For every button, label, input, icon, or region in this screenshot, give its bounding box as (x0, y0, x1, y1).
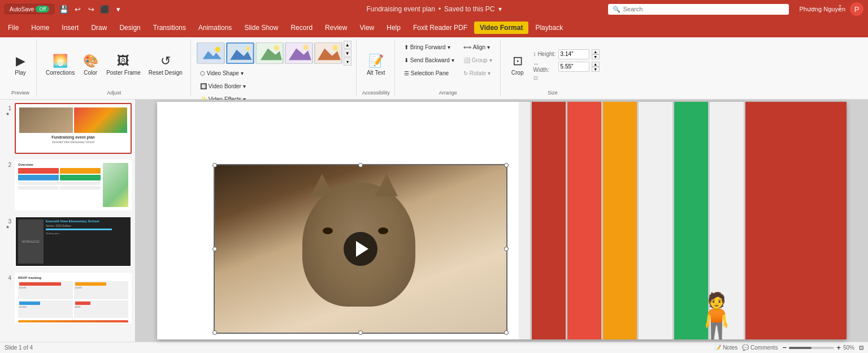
autosave-button[interactable]: AutoSave Off (5, 4, 54, 14)
arrange-right-col: ⟺ Align ▾ ⬜ Group ▾ ↻ Rotate ▾ (460, 41, 496, 79)
autosave-toggle: Off (36, 6, 49, 12)
slide-thumbnail-2[interactable]: 2 Overview (2, 158, 133, 212)
comments-button[interactable]: 💬 Comments (742, 345, 778, 351)
width-down[interactable]: ▼ (592, 67, 600, 72)
slide1-content: Fundraising event plan Emerald View Elem… (16, 104, 131, 153)
save-button[interactable]: 💾 (58, 3, 70, 15)
style-scroll-down[interactable]: ▼ (344, 49, 351, 57)
height-down[interactable]: ▼ (592, 54, 600, 59)
zoom-slider[interactable] (789, 347, 834, 349)
locker-orange (603, 102, 637, 339)
menu-videoformat[interactable]: Video Format (474, 21, 528, 34)
style-scroll-up[interactable]: ▲ (344, 41, 351, 49)
person-silhouette: 🧍 (688, 294, 745, 339)
corrections-button[interactable]: 🌅 Corrections (42, 45, 78, 85)
play-button-overlay[interactable] (344, 232, 377, 266)
slide-info: Slide 1 of 4 (5, 345, 33, 351)
menu-design[interactable]: Design (114, 21, 146, 34)
slide3-body: Working jazz... (46, 232, 128, 235)
search-box[interactable]: 🔍 (608, 4, 789, 15)
slide-canvas: 🧍 (157, 102, 847, 339)
slide-img-3[interactable]: WORK&JAZZ Emerald View Elementary School… (15, 216, 132, 267)
width-up[interactable]: ▲ (592, 62, 600, 67)
alt-text-button[interactable]: 📝 Alt Text (363, 45, 389, 85)
play-button[interactable]: ▶ Play (9, 45, 32, 85)
menu-home[interactable]: Home (25, 21, 55, 34)
ribbon: ▶ Play Preview 🌅 Corrections 🎨 Color 🖼 P… (0, 37, 868, 100)
handle-mr[interactable] (504, 247, 509, 251)
style-thumb-3[interactable] (255, 42, 284, 64)
menu-playback[interactable]: Playback (530, 21, 568, 34)
menu-file[interactable]: File (2, 21, 24, 34)
ribbon-group-accessibility: 📝 Alt Text Accessibility (358, 40, 395, 97)
group-button[interactable]: ⬜ Group ▾ (460, 54, 496, 66)
fit-slide-button[interactable]: ⊡ (859, 345, 863, 351)
send-backward-button[interactable]: ⬇ Send Backward ▾ (401, 54, 458, 66)
menu-view[interactable]: View (354, 21, 380, 34)
handle-ml[interactable] (212, 247, 217, 251)
locker-white (639, 102, 672, 339)
slide-img-4[interactable]: RSVP tracking 81/100 14/100 LE/100 (15, 273, 132, 324)
menu-insert[interactable]: Insert (56, 21, 84, 34)
handle-tl[interactable] (212, 163, 217, 167)
slide-panel[interactable]: 1 ★ Fundraising event plan Emerald View … (0, 100, 136, 342)
user-avatar[interactable]: P (850, 2, 863, 16)
slide4-cell3: LE/100 (18, 300, 73, 318)
slide-thumbnail-3[interactable]: 3 ★ WORK&JAZZ Emerald View Elementary Sc… (2, 215, 133, 268)
menu-help[interactable]: Help (381, 21, 406, 34)
style-thumb-1[interactable] (197, 42, 225, 64)
width-input[interactable] (558, 62, 589, 72)
color-button[interactable]: 🎨 Color (79, 45, 102, 85)
menu-record[interactable]: Record (285, 21, 318, 34)
zoom-in-button[interactable]: + (836, 343, 841, 352)
locker-red2 (567, 102, 601, 339)
notes-button[interactable]: 📝 Notes (714, 345, 737, 351)
align-button[interactable]: ⟺ Align ▾ (460, 41, 496, 53)
undo-button[interactable]: ↩ (71, 3, 84, 15)
menu-transitions[interactable]: Transitions (147, 21, 192, 34)
crop-button[interactable]: ⊡ Crop (506, 45, 529, 85)
handle-bl[interactable] (212, 330, 217, 335)
reset-design-button[interactable]: ↺ Reset Design (145, 45, 186, 85)
more-button[interactable]: ▾ (112, 3, 124, 15)
slide-thumbnail-1[interactable]: 1 ★ Fundraising event plan Emerald View … (2, 102, 133, 155)
handle-tm[interactable] (358, 163, 363, 167)
rotate-icon: ↻ (463, 70, 468, 76)
menu-review[interactable]: Review (319, 21, 353, 34)
redo-button[interactable]: ↪ (85, 3, 97, 15)
slide-img-2[interactable]: Overview (15, 160, 132, 210)
height-input[interactable] (558, 49, 589, 59)
align-dropdown: ▾ (487, 44, 490, 50)
rotate-button[interactable]: ↻ Rotate ▾ (460, 67, 496, 79)
handle-tr[interactable] (504, 163, 509, 167)
slide2-row3 (18, 182, 101, 185)
slide-thumbnail-4[interactable]: 4 RSVP tracking 81/100 14/100 (2, 272, 133, 325)
style-scroll-more[interactable]: ▾ (344, 58, 351, 66)
video-border-button[interactable]: 🔲 Video Border ▾ (197, 80, 250, 92)
style-thumb-4[interactable] (285, 42, 313, 64)
style-thumb-2[interactable] (226, 42, 254, 64)
height-up[interactable]: ▲ (592, 49, 600, 54)
rotate-dropdown: ▾ (488, 70, 491, 76)
handle-bm[interactable] (358, 330, 363, 335)
selection-pane-button[interactable]: ☰ Selection Pane (401, 67, 458, 79)
video-shape-button[interactable]: ⬡ Video Shape ▾ (197, 67, 250, 79)
bring-forward-icon: ⬆ (404, 44, 409, 50)
presentation-button[interactable]: ⬛ (98, 3, 111, 15)
style-thumb-5[interactable] (314, 42, 342, 64)
slide-img-1[interactable]: Fundraising event plan Emerald View Elem… (15, 103, 132, 154)
handle-br[interactable] (504, 330, 509, 335)
menu-animations[interactable]: Animations (193, 21, 237, 34)
menu-foxit[interactable]: Foxit Reader PDF (407, 21, 473, 34)
size-expand-icon: ⊡ (533, 75, 600, 81)
poster-frame-button[interactable]: 🖼 Poster Frame (103, 45, 144, 85)
bring-forward-button[interactable]: ⬆ Bring Forward ▾ (401, 41, 458, 53)
ribbon-group-preview: ▶ Play Preview (5, 40, 37, 97)
slide1-locker-img (74, 107, 128, 133)
menu-draw[interactable]: Draw (85, 21, 112, 34)
accessibility-group-label: Accessibility (362, 89, 390, 96)
menu-slideshow[interactable]: Slide Show (238, 21, 284, 34)
search-input[interactable] (623, 6, 781, 12)
video-element[interactable] (214, 164, 507, 334)
zoom-out-button[interactable]: − (782, 343, 787, 352)
